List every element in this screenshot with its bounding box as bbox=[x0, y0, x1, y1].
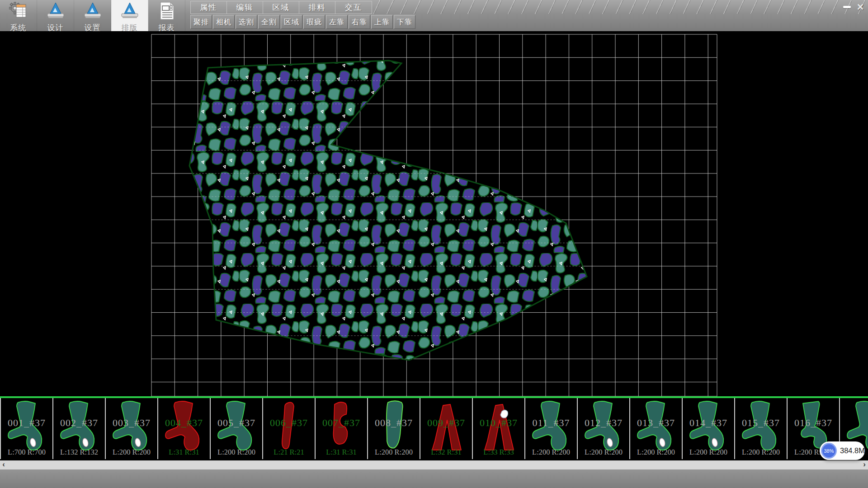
mode-button-settings[interactable]: 设置 bbox=[74, 0, 111, 31]
piece-id-label: 005_#37 bbox=[211, 417, 262, 429]
piece-size-label: L:132 R:132 bbox=[53, 448, 105, 457]
piece-thumbnail-2[interactable]: 002_#37L:132 R:132 bbox=[53, 398, 106, 459]
tool-button-9[interactable]: 上靠 bbox=[371, 15, 393, 29]
piece-thumbnail-11[interactable]: 011_#37L:200 R:200 bbox=[525, 398, 578, 459]
memory-badge[interactable]: 38% 384.8M bbox=[820, 441, 865, 460]
scroll-right-arrow[interactable]: › bbox=[861, 460, 868, 469]
piece-id-label: 008_#37 bbox=[368, 417, 420, 429]
nesting-canvas[interactable] bbox=[0, 31, 868, 397]
system-icon bbox=[9, 1, 28, 22]
piece-id-label: 010_#37 bbox=[473, 417, 524, 429]
mode-button-layout[interactable]: 排版 bbox=[111, 0, 148, 31]
scroll-left-arrow[interactable]: ‹ bbox=[0, 460, 7, 469]
piece-size-label: L:21 R:21 bbox=[263, 448, 315, 457]
piece-id-label: 016_#37 bbox=[788, 417, 839, 429]
piece-size-label: L:200 R:200 bbox=[735, 448, 787, 457]
piece-size-label: L:200 R:200 bbox=[368, 448, 420, 457]
piece-thumbnail-5[interactable]: 005_#37L:200 R:200 bbox=[211, 398, 263, 459]
piece-id-label: 015_#37 bbox=[735, 417, 787, 429]
tool-button-6[interactable]: 瑕疵 bbox=[303, 15, 325, 29]
piece-thumbnail-3[interactable]: 003_#37L:200 R:200 bbox=[106, 398, 158, 459]
design-icon bbox=[46, 1, 65, 22]
piece-id-label: 001_#37 bbox=[1, 417, 52, 429]
piece-thumbnail-15[interactable]: 015_#37L:200 R:200 bbox=[735, 398, 788, 459]
piece-thumbnail-12[interactable]: 012_#37L:200 R:200 bbox=[578, 398, 630, 459]
close-icon: × bbox=[857, 2, 864, 12]
tool-button-row: 聚排相机选割全割区域瑕疵左靠右靠上靠下靠 bbox=[190, 15, 416, 29]
menu-tab-strip: 属性编辑区域排料交互 bbox=[190, 1, 372, 14]
minimize-button[interactable] bbox=[841, 1, 853, 12]
report-icon bbox=[157, 1, 176, 22]
menu-tab-2[interactable]: 编辑 bbox=[227, 1, 263, 14]
piece-thumbnail-10[interactable]: 010_#37L:33 R:33 bbox=[473, 398, 525, 459]
toolbar: 系统设计设置排版报表 属性编辑区域排料交互 聚排相机选割全割区域瑕疵左靠右靠上靠… bbox=[0, 0, 868, 31]
piece-size-label: L:200 R:200 bbox=[525, 448, 577, 457]
menu-tab-4[interactable]: 排料 bbox=[299, 1, 335, 14]
piece-id-label: 006_#37 bbox=[263, 417, 315, 429]
tool-button-8[interactable]: 右靠 bbox=[349, 15, 370, 29]
piece-size-label: L:200 R:200 bbox=[683, 448, 734, 457]
mode-button-system[interactable]: 系统 bbox=[0, 0, 37, 31]
close-button[interactable]: × bbox=[854, 1, 866, 12]
piece-thumbnail-8[interactable]: 008_#37L:200 R:200 bbox=[368, 398, 420, 459]
piece-id-label: 007_#37 bbox=[316, 417, 367, 429]
settings-icon bbox=[83, 1, 102, 22]
titlebar-drag-area[interactable] bbox=[372, 0, 868, 14]
app-window: 系统设计设置排版报表 属性编辑区域排料交互 聚排相机选割全割区域瑕疵左靠右靠上靠… bbox=[0, 0, 868, 488]
piece-size-label: L:33 R:33 bbox=[473, 448, 524, 457]
piece-id-label: 003_#37 bbox=[106, 417, 157, 429]
piece-thumbnail-1[interactable]: 001_#37L:700 R:700 bbox=[1, 398, 53, 459]
piece-id-label: 009_#37 bbox=[420, 417, 472, 429]
piece-size-label: L:31 R:31 bbox=[316, 448, 367, 457]
piece-id-label: 012_#37 bbox=[578, 417, 629, 429]
piece-thumbnail-9[interactable]: 009_#37L:32 R:31 bbox=[420, 398, 473, 459]
piece-id-label: 014_#37 bbox=[683, 417, 734, 429]
menu-tab-1[interactable]: 属性 bbox=[191, 1, 227, 14]
percent-circle: 38% bbox=[821, 443, 837, 459]
window-controls: × bbox=[841, 1, 866, 12]
piece-id-label: 002_#37 bbox=[53, 417, 105, 429]
mode-button-design[interactable]: 设计 bbox=[37, 0, 74, 31]
layout-icon bbox=[120, 1, 139, 22]
piece-thumbnail-13[interactable]: 013_#37L:200 R:200 bbox=[630, 398, 683, 459]
menu-tab-5[interactable]: 交互 bbox=[335, 1, 372, 14]
tool-button-5[interactable]: 区域 bbox=[281, 15, 302, 29]
mode-buttons: 系统设计设置排版报表 bbox=[0, 0, 185, 31]
piece-id-label: 011_#37 bbox=[525, 417, 577, 429]
horizontal-scrollbar[interactable]: ‹ › bbox=[0, 460, 868, 469]
tool-button-10[interactable]: 下靠 bbox=[394, 15, 415, 29]
piece-thumbnail-strip: 001_#37L:700 R:700002_#37L:132 R:132003_… bbox=[0, 398, 868, 459]
tool-button-1[interactable]: 聚排 bbox=[190, 15, 212, 29]
memory-value: 384.8M bbox=[840, 446, 865, 455]
piece-size-label: L:200 R:200 bbox=[630, 448, 682, 457]
tool-button-4[interactable]: 全割 bbox=[258, 15, 280, 29]
tool-button-7[interactable]: 左靠 bbox=[326, 15, 348, 29]
piece-size-label: L:700 R:700 bbox=[1, 448, 52, 457]
piece-size-label: L:31 R:31 bbox=[158, 448, 210, 457]
piece-id-label: 013_#37 bbox=[630, 417, 682, 429]
tool-button-3[interactable]: 选割 bbox=[236, 15, 257, 29]
tool-button-2[interactable]: 相机 bbox=[213, 15, 235, 29]
piece-size-label: L:200 R:200 bbox=[578, 448, 629, 457]
piece-size-label: L:32 R:31 bbox=[420, 448, 472, 457]
piece-thumbnail-7[interactable]: 007_#37L:31 R:31 bbox=[316, 398, 368, 459]
piece-id-label: 004_#37 bbox=[158, 417, 210, 429]
minimize-icon bbox=[843, 6, 851, 8]
menu-tab-3[interactable]: 区域 bbox=[263, 1, 299, 14]
piece-thumbnail-14[interactable]: 014_#37L:200 R:200 bbox=[683, 398, 735, 459]
mode-button-report[interactable]: 报表 bbox=[148, 0, 185, 31]
piece-thumbnail-4[interactable]: 004_#37L:31 R:31 bbox=[158, 398, 211, 459]
piece-thumbnail-6[interactable]: 006_#37L:21 R:21 bbox=[263, 398, 316, 459]
piece-size-label: L:200 R:200 bbox=[211, 448, 262, 457]
status-bar bbox=[0, 469, 868, 488]
piece-size-label: L:200 R:200 bbox=[106, 448, 157, 457]
